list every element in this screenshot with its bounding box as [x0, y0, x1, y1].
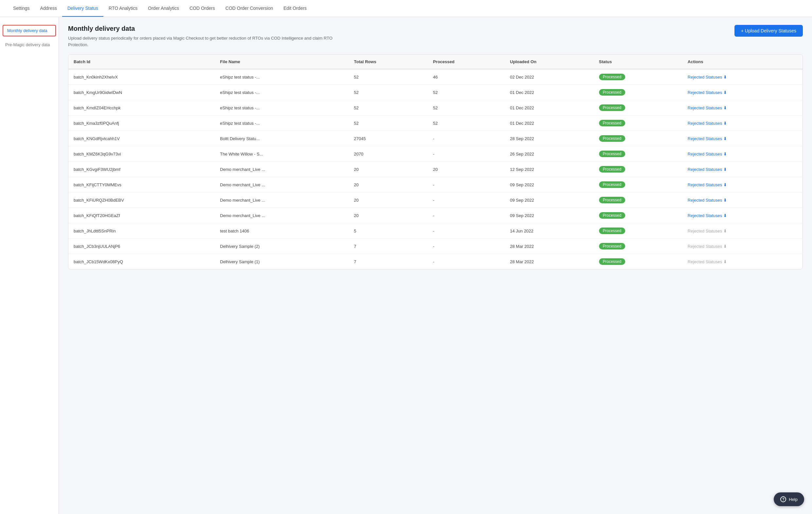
header-text: Monthly delivery data Upload delivery st…	[68, 25, 336, 48]
status-cell: Processed	[594, 192, 683, 208]
uploaded-on-cell: 01 Dec 2022	[505, 115, 594, 131]
total-rows-cell: 27045	[349, 131, 428, 146]
status-badge: Processed	[599, 89, 626, 96]
action-cell: Rejected Statuses ⬇	[683, 146, 803, 162]
table-body: batch_Kn0kinh2XheIvXeShipz test status -…	[68, 69, 803, 269]
nav-item-rto-analytics[interactable]: RTO Analytics	[104, 0, 143, 17]
status-badge: Processed	[599, 166, 626, 172]
file-name-cell: eShipz test status -...	[215, 85, 349, 100]
file-name-cell: Demo merchant_Live ...	[215, 177, 349, 192]
action-cell: Rejected Statuses ⬇	[683, 192, 803, 208]
status-cell: Processed	[594, 100, 683, 115]
batch-id-cell: batch_KFiQfT20HGEaZf	[68, 208, 215, 223]
help-button[interactable]: ? Help	[774, 492, 804, 506]
rejected-statuses-link[interactable]: Rejected Statuses ⬇	[688, 244, 727, 249]
status-badge: Processed	[599, 197, 626, 203]
rejected-statuses-link[interactable]: Rejected Statuses ⬇	[688, 121, 727, 126]
table-header-batch-id: Batch Id	[68, 55, 215, 69]
sidebar-item-monthly-delivery-data[interactable]: Monthly delivery data	[3, 25, 56, 36]
nav-item-settings[interactable]: Settings	[8, 0, 35, 17]
status-cell: Processed	[594, 177, 683, 192]
batch-id-cell: batch_JCb3njUULANjP6	[68, 239, 215, 254]
processed-cell: -	[428, 208, 504, 223]
batch-id-cell: batch_Kma3zf0PQuAnfj	[68, 115, 215, 131]
table-row: batch_KGvgiF3WU2jbmfDemo merchant_Live .…	[68, 162, 803, 177]
download-icon: ⬇	[723, 182, 727, 187]
batch-id-cell: batch_KGvgiF3WU2jbmf	[68, 162, 215, 177]
download-icon: ⬇	[723, 244, 727, 249]
total-rows-cell: 7	[349, 254, 428, 269]
status-cell: Processed	[594, 131, 683, 146]
processed-cell: 52	[428, 85, 504, 100]
rejected-statuses-link[interactable]: Rejected Statuses ⬇	[688, 167, 727, 172]
processed-cell: 52	[428, 115, 504, 131]
total-rows-cell: 7	[349, 239, 428, 254]
nav-item-cod-order-conversion[interactable]: COD Order Conversion	[220, 0, 279, 17]
rejected-statuses-link[interactable]: Rejected Statuses ⬇	[688, 198, 727, 202]
download-icon: ⬇	[723, 259, 727, 264]
batch-id-cell: batch_KmgUr9GidwIDwN	[68, 85, 215, 100]
app-layout: Monthly delivery dataPre-Magic delivery …	[0, 17, 812, 514]
rejected-statuses-link[interactable]: Rejected Statuses ⬇	[688, 90, 727, 95]
table-row: batch_Kma3zf0PQuAnfjeShipz test status -…	[68, 115, 803, 131]
table-row: batch_KFiQfT20HGEaZfDemo merchant_Live .…	[68, 208, 803, 223]
uploaded-on-cell: 02 Dec 2022	[505, 69, 594, 85]
table-row: batch_KmgUr9GidwIDwNeShipz test status -…	[68, 85, 803, 100]
rejected-statuses-link[interactable]: Rejected Statuses ⬇	[688, 182, 727, 187]
rejected-statuses-link[interactable]: Rejected Statuses ⬇	[688, 213, 727, 218]
total-rows-cell: 5	[349, 223, 428, 239]
rejected-statuses-link[interactable]: Rejected Statuses ⬇	[688, 75, 727, 80]
rejected-statuses-link[interactable]: Rejected Statuses ⬇	[688, 152, 727, 157]
action-cell: Rejected Statuses ⬇	[683, 115, 803, 131]
action-cell: Rejected Statuses ⬇	[683, 177, 803, 192]
nav-item-order-analytics[interactable]: Order Analytics	[143, 0, 184, 17]
file-name-cell: eShipz test status -...	[215, 100, 349, 115]
status-badge: Processed	[599, 227, 626, 234]
download-icon: ⬇	[723, 228, 727, 234]
batch-id-cell: batch_KNGdRjvtcahh1V	[68, 131, 215, 146]
processed-cell: 20	[428, 162, 504, 177]
rejected-statuses-link[interactable]: Rejected Statuses ⬇	[688, 105, 727, 110]
table-header-actions: Actions	[683, 55, 803, 69]
processed-cell: -	[428, 146, 504, 162]
total-rows-cell: 52	[349, 115, 428, 131]
batch-id-cell: batch_KFijCTTY0MMEvs	[68, 177, 215, 192]
file-name-cell: test batch 1406	[215, 223, 349, 239]
action-cell: Rejected Statuses ⬇	[683, 131, 803, 146]
nav-item-address[interactable]: Address	[35, 0, 62, 17]
status-badge: Processed	[599, 104, 626, 111]
download-icon: ⬇	[723, 75, 727, 80]
table-header-status: Status	[594, 55, 683, 69]
table-header-uploaded-on: Uploaded On	[505, 55, 594, 69]
rejected-statuses-link[interactable]: Rejected Statuses ⬇	[688, 136, 727, 141]
download-icon: ⬇	[723, 213, 727, 218]
status-cell: Processed	[594, 115, 683, 131]
batch-id-cell: batch_JCb15WdKx08PyQ	[68, 254, 215, 269]
rejected-statuses-link[interactable]: Rejected Statuses ⬇	[688, 228, 727, 234]
help-icon: ?	[780, 496, 786, 502]
nav-item-edit-orders[interactable]: Edit Orders	[279, 0, 312, 17]
download-icon: ⬇	[723, 152, 727, 157]
status-cell: Processed	[594, 223, 683, 239]
content-header: Monthly delivery data Upload delivery st…	[68, 25, 803, 48]
rejected-statuses-link[interactable]: Rejected Statuses ⬇	[688, 259, 727, 264]
file-name-cell: eShipz test status -...	[215, 69, 349, 85]
nav-item-delivery-status[interactable]: Delivery Status	[62, 0, 104, 17]
action-cell: Rejected Statuses ⬇	[683, 254, 803, 269]
status-cell: Processed	[594, 162, 683, 177]
top-navigation: SettingsAddressDelivery StatusRTO Analyt…	[0, 0, 812, 17]
processed-cell: -	[428, 239, 504, 254]
uploaded-on-cell: 01 Dec 2022	[505, 85, 594, 100]
action-cell: Rejected Statuses ⬇	[683, 162, 803, 177]
status-cell: Processed	[594, 69, 683, 85]
sidebar-item-pre-magic-delivery-data[interactable]: Pre-Magic delivery data	[0, 39, 59, 50]
sidebar: Monthly delivery dataPre-Magic delivery …	[0, 17, 59, 514]
nav-item-cod-orders[interactable]: COD Orders	[184, 0, 220, 17]
table-row: batch_KMZ6K3qG9v73viThe White Willow - S…	[68, 146, 803, 162]
upload-delivery-statuses-button[interactable]: + Upload Delivery Statuses	[734, 25, 803, 37]
table-row: batch_JhLdttl5SnPRintest batch 14065-14 …	[68, 223, 803, 239]
processed-cell: 46	[428, 69, 504, 85]
total-rows-cell: 52	[349, 69, 428, 85]
batch-id-cell: batch_Kn0kinh2XheIvX	[68, 69, 215, 85]
download-icon: ⬇	[723, 121, 727, 126]
